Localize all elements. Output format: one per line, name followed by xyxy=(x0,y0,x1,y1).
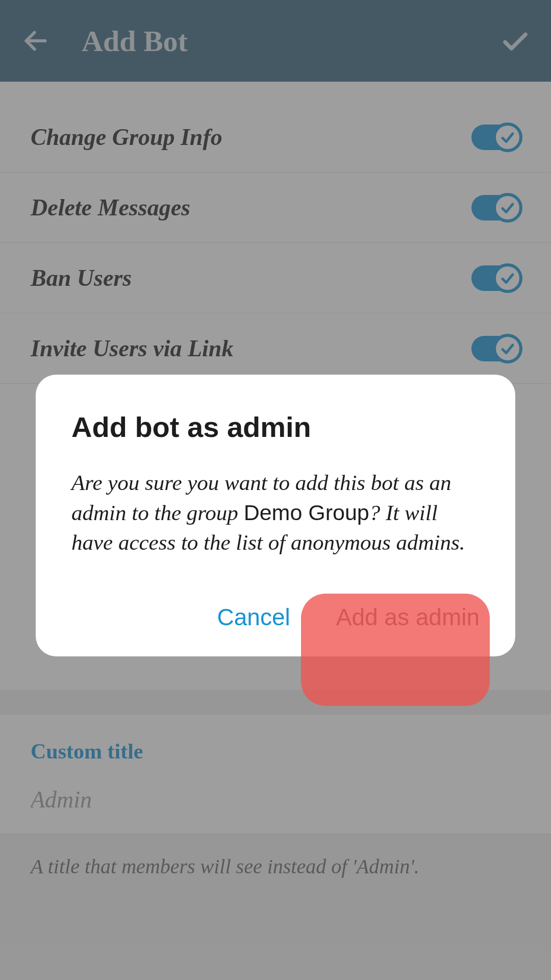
dialog-body: Are you sure you want to add this bot as… xyxy=(71,468,480,557)
confirm-dialog: Add bot as admin Are you sure you want t… xyxy=(36,375,515,656)
dialog-group-name: Demo Group xyxy=(244,500,369,525)
cancel-button[interactable]: Cancel xyxy=(217,603,290,631)
dialog-actions: Cancel Add as admin xyxy=(71,603,480,631)
add-as-admin-button[interactable]: Add as admin xyxy=(336,603,480,631)
dialog-title: Add bot as admin xyxy=(71,410,480,444)
